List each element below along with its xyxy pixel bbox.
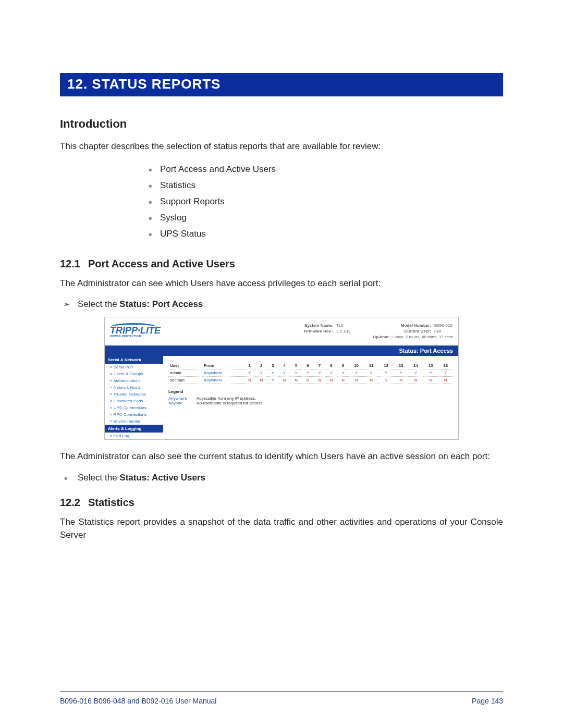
- table-cell: Y: [267, 377, 279, 384]
- table-cell: Y: [267, 369, 279, 377]
- para-text: The Administrator can also see the curre…: [60, 450, 503, 463]
- table-cell: Y: [364, 369, 379, 377]
- section-heading-12-2: 12.2Statistics: [60, 497, 503, 509]
- table-cell: Y: [302, 369, 314, 377]
- table-cell: N: [314, 377, 326, 384]
- table-cell: Y: [255, 369, 267, 377]
- intro-bullets: Port Access and Active Users Statistics …: [60, 163, 503, 243]
- intro-text: This chapter describes the selection of …: [60, 140, 503, 153]
- list-item: Syslog: [149, 211, 503, 227]
- step-text: Select the: [78, 473, 119, 483]
- sidebar-item[interactable]: Network Hosts: [105, 384, 163, 391]
- list-item: UPS Status: [149, 227, 503, 243]
- logo-text: TRIPP·LITE: [110, 326, 173, 335]
- sidebar-item[interactable]: Users & Groups: [105, 371, 163, 377]
- table-header-cell: 6: [302, 362, 314, 369]
- page-footer: B096-016 B096-048 and B092-016 User Manu…: [60, 691, 503, 705]
- table-row: adminAnywhereYYYYYYYYYYYYYYYY: [168, 369, 453, 377]
- section-heading-12-1: 12.1Port Access and Active Users: [60, 258, 503, 270]
- step-text: Select the: [78, 299, 119, 309]
- menu-path: Status: Active Users: [119, 473, 205, 483]
- footer-rule: [60, 691, 503, 692]
- screenshot-port-access: TRIPP·LITE POWER PROTECTION System Name:…: [104, 317, 459, 440]
- system-info: System Name:TL6 Firmware Rev.:2.6.1u1 Mo…: [173, 323, 453, 340]
- screenshot-body: Serial & Network Serial PortUsers & Grou…: [105, 356, 458, 439]
- table-cell: N: [290, 377, 302, 384]
- sidebar-item[interactable]: Port Log: [105, 433, 163, 439]
- sidebar-group-serial-network: Serial & Network: [105, 356, 163, 364]
- table-cell: N: [349, 377, 364, 384]
- table-header-cell: 14: [408, 362, 423, 369]
- table-cell-from: Anywhere: [202, 369, 244, 377]
- sidebar-item[interactable]: Cascaded Ports: [105, 398, 163, 404]
- sidebar-item[interactable]: Environmental: [105, 418, 163, 425]
- table-header-cell: 15: [423, 362, 438, 369]
- table-cell: Y: [394, 369, 409, 377]
- table-cell: N: [244, 377, 256, 384]
- table-cell: N: [394, 377, 409, 384]
- table-cell: N: [255, 377, 267, 384]
- section-title: Statistics: [88, 497, 134, 508]
- chapter-title: 12. STATUS REPORTS: [60, 73, 503, 96]
- table-cell: Y: [278, 369, 290, 377]
- table-cell: Y: [438, 369, 453, 377]
- table-header-cell: User: [168, 362, 202, 369]
- table-cell: N: [325, 377, 337, 384]
- table-cell: N: [337, 377, 349, 384]
- para-text: The Administrator can see which Users ha…: [60, 277, 503, 290]
- table-cell: Y: [408, 369, 423, 377]
- table-cell: Y: [244, 369, 256, 377]
- table-header-cell: 4: [278, 362, 290, 369]
- list-item: Support Reports: [149, 195, 503, 211]
- table-header-row: UserFrom12345678910111213141516: [168, 362, 453, 369]
- table-header-cell: 11: [364, 362, 379, 369]
- sysinfo-col-right: Model Number:B096-016 Current User:root …: [373, 323, 453, 340]
- legend-desc: Accessible from any IP address.: [197, 396, 256, 401]
- table-cell: Y: [423, 369, 438, 377]
- screenshot-header: TRIPP·LITE POWER PROTECTION System Name:…: [105, 317, 458, 346]
- sidebar-item[interactable]: Trusted Networks: [105, 391, 163, 398]
- sidebar: Serial & Network Serial PortUsers & Grou…: [105, 356, 163, 439]
- table-cell: Y: [378, 369, 394, 377]
- table-cell: Y: [325, 369, 337, 377]
- table-header-cell: From: [202, 362, 244, 369]
- section-number: 12.2: [60, 497, 88, 509]
- legend-key: Anywhere: [168, 396, 197, 401]
- sidebar-item[interactable]: Authentication: [105, 377, 163, 384]
- section-title: Port Access and Active Users: [88, 258, 235, 269]
- list-item: Statistics: [149, 179, 503, 195]
- table-cell: N: [278, 377, 290, 384]
- sidebar-group-alerts-logging: Alerts & Logging: [105, 425, 163, 433]
- para-text: The Statistics report provides a snapsho…: [60, 516, 503, 541]
- table-header-cell: 10: [349, 362, 364, 369]
- sidebar-item[interactable]: Serial Port: [105, 364, 163, 371]
- table-cell: N: [423, 377, 438, 384]
- table-cell: N: [302, 377, 314, 384]
- table-header-cell: 5: [290, 362, 302, 369]
- legend-desc: No username is required for access.: [197, 401, 264, 405]
- table-header-cell: 13: [394, 362, 409, 369]
- sidebar-item[interactable]: RPC Connections: [105, 411, 163, 418]
- tripplite-logo: TRIPP·LITE POWER PROTECTION: [110, 323, 173, 338]
- sidebar-item[interactable]: UPS Connections: [105, 404, 163, 411]
- port-access-table: UserFrom12345678910111213141516 adminAny…: [168, 362, 453, 384]
- table-cell: Y: [337, 369, 349, 377]
- table-cell: N: [408, 377, 423, 384]
- instruction-step: Select the Status: Active Users: [60, 473, 503, 483]
- main-panel: UserFrom12345678910111213141516 adminAny…: [163, 356, 458, 439]
- instruction-step: Select the Status: Port Access: [60, 299, 503, 310]
- table-header-cell: 3: [267, 362, 279, 369]
- table-cell: N: [378, 377, 394, 384]
- table-cell-from: Anywhere: [202, 377, 244, 384]
- table-cell: Y: [290, 369, 302, 377]
- table-header-cell: 1: [244, 362, 256, 369]
- footer-right: Page 143: [472, 697, 503, 705]
- legend-key: Anyone: [168, 401, 197, 405]
- table-header-cell: 12: [378, 362, 394, 369]
- menu-path: Status: Port Access: [119, 299, 203, 309]
- table-cell: N: [438, 377, 453, 384]
- list-item: Port Access and Active Users: [149, 163, 503, 179]
- table-header-cell: 7: [314, 362, 326, 369]
- legend-title: Legend: [168, 389, 453, 394]
- table-cell: Y: [349, 369, 364, 377]
